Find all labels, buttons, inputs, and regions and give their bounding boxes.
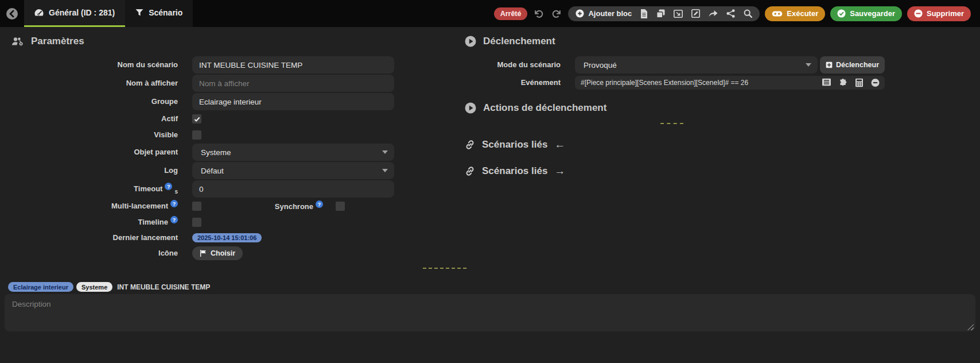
- help-icon[interactable]: ?: [170, 200, 178, 207]
- scenario-mode-value: Provoqué: [584, 61, 617, 69]
- dashed-separator: [660, 123, 683, 124]
- execute-icon: [772, 10, 783, 17]
- calculator-button[interactable]: [855, 79, 863, 87]
- topbar: Général (ID : 281) Scénario Arrêté A: [0, 0, 980, 27]
- timeout-unit: s: [174, 188, 178, 195]
- trigger-header: Déclenchement: [465, 36, 885, 47]
- log-label: Log: [11, 167, 192, 175]
- add-block-button[interactable]: Ajouter bloc: [575, 9, 632, 18]
- log-value: Défaut: [201, 167, 224, 175]
- add-trigger-button[interactable]: Déclencheur: [820, 56, 885, 74]
- linked-outgoing-title: Scénarios liés: [482, 165, 547, 177]
- toolbar-group: Ajouter bloc: [568, 6, 760, 21]
- list-icon: [822, 79, 831, 86]
- choose-icon-button[interactable]: Choisir: [192, 246, 243, 260]
- scenario-name-text: INT MEUBLE CUISINE TEMP: [117, 283, 210, 291]
- nodes-button[interactable]: [726, 9, 735, 18]
- dashed-separator: [423, 268, 466, 269]
- description-textarea[interactable]: [5, 294, 975, 331]
- copy-icon: [656, 9, 665, 18]
- help-icon[interactable]: ?: [165, 183, 172, 190]
- group-label: Groupe: [11, 98, 192, 106]
- command-list-button[interactable]: [822, 79, 831, 87]
- group-input[interactable]: [192, 93, 394, 110]
- row-group: Groupe: [11, 92, 407, 111]
- parameters-header: Paramètres: [11, 36, 407, 47]
- frame-arrow-icon: [674, 10, 683, 18]
- remove-trigger-button[interactable]: [871, 79, 880, 87]
- scenario-mode-label: Mode du scénario: [465, 61, 575, 69]
- row-timeout: Timeout?s: [11, 180, 407, 198]
- check-circle-icon: [837, 9, 846, 18]
- log-select[interactable]: Défaut: [192, 162, 394, 179]
- event-toolbar: [822, 79, 880, 87]
- tab-general-label: Général (ID : 281): [49, 8, 115, 17]
- row-timeline: Timeline?: [11, 214, 407, 230]
- parent-object-value: Systeme: [201, 148, 231, 157]
- visible-label: Visible: [11, 131, 192, 139]
- search-button[interactable]: [744, 9, 752, 18]
- last-launch-badge[interactable]: 2025-10-14 15:01:06: [192, 233, 262, 242]
- tachometer-icon: [34, 9, 44, 17]
- arrow-right-icon: →: [554, 165, 565, 177]
- edit-icon: [691, 9, 700, 18]
- help-icon[interactable]: ?: [316, 200, 323, 208]
- tab-scenario-label: Scénario: [149, 8, 182, 17]
- save-button[interactable]: Sauvegarder: [830, 6, 902, 21]
- multi-launch-checkbox[interactable]: [192, 202, 201, 211]
- scenario-page: Général (ID : 281) Scénario Arrêté A: [0, 0, 980, 363]
- group-badge: Eclairage interieur: [8, 282, 73, 292]
- copy-button[interactable]: [656, 9, 665, 18]
- linked-scenarios-outgoing: Scénarios liés →: [465, 165, 565, 177]
- timeline-checkbox[interactable]: [192, 218, 201, 227]
- row-scenario-mode: Mode du scénario Provoqué Déclencheur: [465, 56, 885, 74]
- synchronous-checkbox[interactable]: [336, 202, 345, 211]
- check-icon: [193, 115, 201, 123]
- redo-button[interactable]: [550, 9, 563, 18]
- tab-scenario[interactable]: Scénario: [125, 0, 193, 27]
- tab-general[interactable]: Général (ID : 281): [24, 0, 125, 27]
- share-icon: [709, 10, 718, 18]
- icon-label: Icône: [11, 249, 192, 257]
- parent-object-select[interactable]: Systeme: [192, 144, 394, 161]
- execute-button[interactable]: Exécuter: [765, 6, 825, 21]
- scenario-mode-select[interactable]: Provoqué: [575, 56, 818, 74]
- timeout-input[interactable]: [192, 180, 394, 198]
- visible-checkbox[interactable]: [192, 130, 201, 140]
- scenario-name-input[interactable]: [192, 56, 394, 74]
- plus-square-icon: [826, 61, 833, 68]
- multi-launch-label: Multi-lancement?: [11, 202, 192, 211]
- parameters-title: Paramètres: [31, 36, 84, 47]
- users-cog-icon: [11, 37, 24, 47]
- undo-button[interactable]: [532, 9, 545, 18]
- share-alt-icon: [726, 9, 735, 18]
- active-label: Actif: [11, 115, 192, 123]
- synchronous-group: Synchrone?: [275, 202, 394, 211]
- filter-icon: [135, 9, 143, 17]
- edit-button[interactable]: [691, 9, 700, 18]
- calculator-icon: [855, 79, 863, 87]
- synchronous-label: Synchrone?: [275, 202, 323, 211]
- display-name-input[interactable]: [192, 75, 394, 92]
- puzzle-icon: [839, 79, 847, 87]
- caret-down-icon: [382, 150, 388, 154]
- share-button[interactable]: [709, 10, 718, 18]
- row-multi-launch: Multi-lancement? Synchrone?: [11, 198, 407, 214]
- plugin-button[interactable]: [839, 79, 847, 87]
- import-template-button[interactable]: [674, 10, 683, 18]
- back-button[interactable]: [0, 0, 24, 27]
- undo-icon: [534, 9, 544, 18]
- document-button[interactable]: [640, 9, 648, 18]
- topbar-actions: Arrêté Ajouter bloc: [494, 0, 980, 27]
- play-circle-icon: [465, 36, 476, 47]
- arrow-left-icon: ←: [554, 138, 565, 151]
- delete-button[interactable]: Supprimer: [907, 6, 971, 21]
- trigger-actions-title: Actions de déclenchement: [483, 102, 606, 114]
- help-icon[interactable]: ?: [170, 216, 178, 223]
- execute-label: Exécuter: [787, 9, 818, 18]
- add-trigger-label: Déclencheur: [836, 61, 879, 69]
- active-checkbox[interactable]: [192, 114, 201, 123]
- row-scenario-name: Nom du scénario: [11, 56, 407, 74]
- delete-label: Supprimer: [927, 9, 964, 18]
- minus-circle-icon: [871, 79, 880, 87]
